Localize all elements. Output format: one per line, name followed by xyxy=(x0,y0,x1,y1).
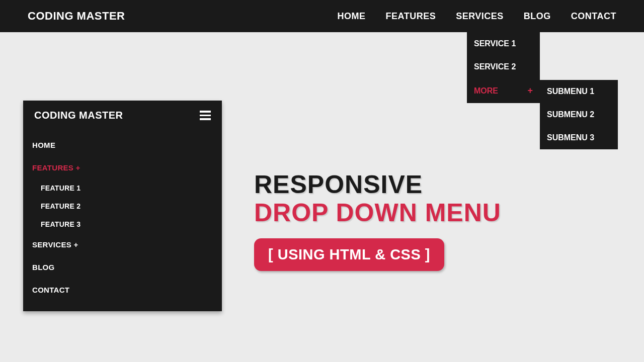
hero-badge: [ USING HTML & CSS ] xyxy=(254,238,444,271)
mobile-menu-panel: CODING MASTER HOME FEATURES + FEATURE 1 … xyxy=(23,101,222,311)
hero-title-line2: DROP DOWN MENU xyxy=(254,198,501,227)
hero-section: RESPONSIVE DROP DOWN MENU [ USING HTML &… xyxy=(254,170,501,271)
nav-home[interactable]: HOME xyxy=(337,11,365,22)
mobile-nav-blog[interactable]: BLOG xyxy=(23,256,222,279)
mobile-logo: CODING MASTER xyxy=(34,110,123,121)
mobile-feature-3[interactable]: FEATURE 3 xyxy=(23,215,222,233)
mobile-nav-services[interactable]: SERVICES + xyxy=(23,233,222,256)
top-nav: HOME FEATURES SERVICES BLOG CONTACT xyxy=(337,11,616,22)
submenu-1[interactable]: SUBMENU 1 xyxy=(540,80,618,103)
mobile-nav-features[interactable]: FEATURES + xyxy=(23,156,222,179)
mobile-header: CODING MASTER xyxy=(23,101,222,134)
plus-icon: + xyxy=(527,85,533,96)
dropdown-more[interactable]: MORE + xyxy=(467,78,540,103)
dropdown-more-label: MORE xyxy=(474,86,498,96)
site-logo: CODING MASTER xyxy=(28,10,125,23)
mobile-feature-2[interactable]: FEATURE 2 xyxy=(23,197,222,215)
nav-features[interactable]: FEATURES xyxy=(385,11,436,22)
mobile-feature-1[interactable]: FEATURE 1 xyxy=(23,179,222,197)
dropdown-service-2[interactable]: SERVICE 2 xyxy=(467,55,540,78)
top-header: CODING MASTER HOME FEATURES SERVICES BLO… xyxy=(0,0,644,32)
services-dropdown: SERVICE 1 SERVICE 2 MORE + xyxy=(467,32,540,103)
nav-contact[interactable]: CONTACT xyxy=(571,11,616,22)
nav-blog[interactable]: BLOG xyxy=(524,11,551,22)
submenu-2[interactable]: SUBMENU 2 xyxy=(540,103,618,126)
dropdown-service-1[interactable]: SERVICE 1 xyxy=(467,32,540,55)
mobile-nav-home[interactable]: HOME xyxy=(23,134,222,156)
nav-services[interactable]: SERVICES xyxy=(456,11,504,22)
more-submenu: SUBMENU 1 SUBMENU 2 SUBMENU 3 xyxy=(540,80,618,149)
submenu-3[interactable]: SUBMENU 3 xyxy=(540,126,618,149)
mobile-nav-contact[interactable]: CONTACT xyxy=(23,279,222,301)
hero-title-line1: RESPONSIVE xyxy=(254,170,501,199)
hamburger-icon[interactable] xyxy=(200,111,211,120)
